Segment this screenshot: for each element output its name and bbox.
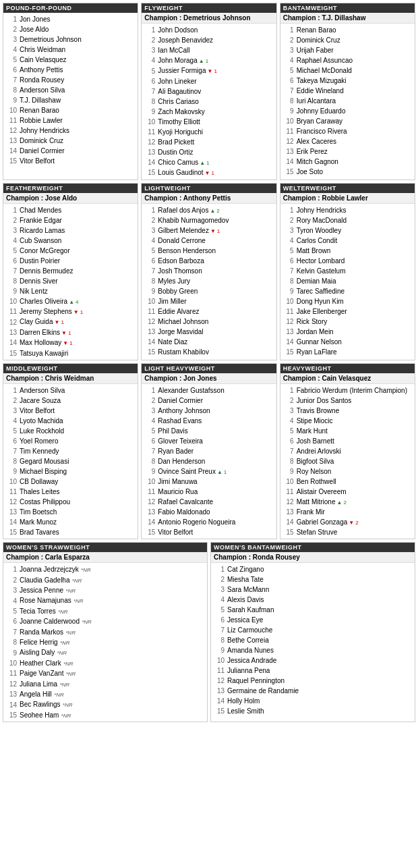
rank-number: 1 [283, 26, 294, 34]
rank-number: 10 [6, 297, 17, 306]
rank-item: 14Mitch Gagnon [283, 157, 412, 167]
rank-number: 11 [283, 307, 294, 316]
rank-item: 6Takeya Mizugaki [283, 76, 412, 86]
rank-item: 4Donald Cerrone [144, 236, 273, 246]
rank-number: 12 [6, 318, 17, 327]
rank-item: 11Alistair Overeem [283, 487, 412, 497]
rank-name: Dustin Ortiz [158, 148, 193, 157]
rank-number: 8 [283, 277, 294, 286]
rank-number: 11 [6, 669, 17, 678]
rank-item: 4Rashad Evans [144, 416, 273, 426]
rank-down-arrow: ▼ [349, 520, 354, 526]
rank-item: 3Urijah Faber [283, 45, 412, 55]
rank-number: 10 [283, 117, 294, 126]
rank-item: 10Renan Barao [6, 105, 135, 115]
rank-name: Donald Cerrone [158, 236, 206, 245]
rank-number: 6 [214, 616, 225, 624]
rank-number: 15 [283, 528, 294, 537]
rank-item: 4Raphael Assuncao [283, 55, 412, 65]
rank-number: 13 [214, 686, 225, 695]
rank-name: Rory MacDonald [297, 216, 347, 225]
rank-item: 5Cain Velasquez [6, 55, 135, 65]
rank-number: 13 [144, 327, 155, 336]
rank-item: 3Vitor Belfort [6, 406, 135, 416]
rank-item: 7Josh Thomson [144, 266, 273, 276]
rank-item: 11Kyoji Horiguchi [144, 127, 273, 137]
rank-number: 3 [283, 226, 294, 235]
rank-number: 5 [283, 427, 294, 435]
rank-item: 4Stipe Miocic [283, 416, 412, 426]
rank-item: 1John Dodson [144, 25, 273, 35]
rank-item: 2Rory MacDonald [283, 215, 412, 225]
rank-name: Michael Johnson [158, 317, 208, 326]
rank-number: 3 [144, 46, 155, 55]
rank-number: 13 [6, 690, 17, 699]
rank-name: Rafael Cavalcante [158, 497, 213, 506]
rank-name: Eddie Alvarez [158, 307, 199, 316]
rank-item: 5Phil Davis [144, 426, 273, 436]
rank-name: Stipe Miocic [297, 416, 333, 425]
rank-item: 10Ben Rothwell [283, 477, 412, 487]
rank-number: 6 [144, 437, 155, 445]
rank-item: 1Cat Zingano [214, 564, 412, 574]
rank-item: 7Liz Carmouche [214, 625, 412, 635]
featherweight-header: FEATHERWEIGHT [3, 184, 138, 193]
heavyweight-section: HEAVYWEIGHT Champion : Cain Velasquez 1F… [280, 363, 415, 540]
rank-name: Dan Henderson [158, 457, 205, 466]
rank-number: 6 [144, 77, 155, 86]
rank-name: Josh Thomson [158, 267, 202, 275]
rank-item: 10Timothy Elliott [144, 117, 273, 127]
rank-name: Holly Holm [227, 697, 260, 705]
rank-name: Vitor Belfort [20, 406, 55, 415]
rank-item: 9Michael Bisping [6, 466, 135, 477]
rank-name: Amanda Nunes [227, 646, 274, 655]
heavyweight-champion: Champion : Cain Velasquez [280, 373, 415, 384]
rank-name: Junior Dos Santos [297, 396, 352, 405]
bantamweight-header: BANTAMWEIGHT [280, 3, 415, 13]
rank-name: Rose Namajunas *NR [20, 596, 84, 605]
women-bantamweight-header: WOMEN'S BANTAMWEIGHT [211, 543, 415, 552]
rank-number: 12 [283, 317, 294, 326]
rank-name: Juliana Lima *NR [20, 680, 69, 688]
rank-number: 6 [6, 256, 17, 265]
rank-item: 12Clay Guida▼1 [6, 317, 135, 327]
rank-item: 8Gegard Mousasi [6, 456, 135, 466]
rank-number: 12 [144, 497, 155, 506]
rank-item: 14Antonio Rogerio Nogueira [144, 517, 273, 527]
rank-name: Thales Leites [20, 487, 59, 496]
rank-number: 15 [6, 157, 17, 165]
pound-for-pound-section: POUND-FOR-POUND 1Jon Jones2Jose Aldo3Dem… [3, 3, 138, 180]
rank-number: 1 [144, 386, 155, 395]
rank-name: Ian McCall [158, 46, 189, 55]
lightweight-list: 1Rafael dos Anjos▲22Khabib Nurmagomedov3… [142, 204, 276, 359]
rank-number: 5 [144, 67, 155, 76]
rank-name: Jimi Manuwa [158, 477, 197, 486]
rank-number: 10 [283, 477, 294, 486]
rank-name: Louis Gaudinot▼1 [158, 168, 214, 177]
rank-number: 15 [6, 349, 17, 358]
rank-up-arrow: ▲ [199, 58, 204, 64]
middleweight-champion: Champion : Chris Weidman [3, 373, 138, 384]
rank-name: Matt Mitrione▲2 [297, 497, 347, 506]
rank-item: 7Randa Markos *NR [6, 627, 204, 637]
rank-item: 13Angela Hill *NR [6, 689, 204, 699]
rank-number: 4 [6, 416, 17, 425]
nr-badge: *NR [57, 609, 68, 615]
rank-name: Ryan LaFlare [297, 348, 337, 356]
rank-item: 10Jessica Andrade [214, 655, 412, 666]
rank-number: 7 [144, 87, 155, 96]
rank-item: 6John Lineker [144, 76, 273, 86]
rank-number: 4 [144, 236, 155, 245]
rank-name: Eddie Wineland [297, 86, 344, 95]
rank-name: Zach Makovsky [158, 107, 204, 116]
rank-item: 1Fabricio Werdum (Interim Champion) [283, 385, 412, 396]
rank-name: Ricardo Lamas [20, 226, 65, 235]
rank-number: 4 [144, 416, 155, 425]
rank-name: Demian Maia [297, 277, 336, 286]
rank-item: 1Joanna Jedrzejczyk *NR [6, 564, 204, 574]
rank-item: 2Joseph Benavidez [144, 35, 273, 45]
rank-number: 7 [6, 447, 17, 456]
rank-item: 14Daniel Cormier [6, 146, 135, 156]
rank-number: 13 [283, 508, 294, 516]
rank-name: Michael Bisping [20, 467, 67, 476]
